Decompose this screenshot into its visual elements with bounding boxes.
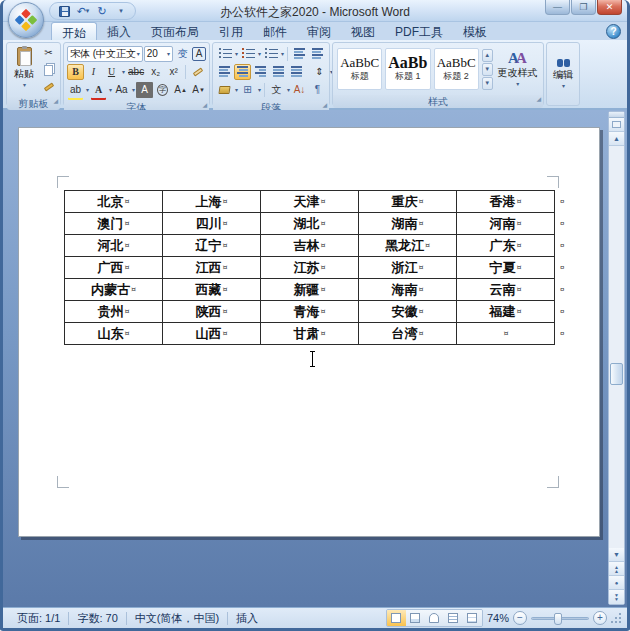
table-cell[interactable]: 浙江¤	[359, 257, 457, 279]
outline-view-button[interactable]	[444, 610, 463, 626]
table-cell[interactable]: 甘肃¤	[261, 323, 359, 345]
table-cell[interactable]: 江西¤	[163, 257, 261, 279]
vertical-scrollbar[interactable]: ▲ ▼ ▲▲ ● ▼▼	[608, 111, 625, 605]
editing-button[interactable]: 编辑 ▾	[547, 43, 579, 105]
align-center-button[interactable]	[234, 64, 251, 80]
bold-button[interactable]: B	[67, 64, 84, 80]
character-shading-button[interactable]: A	[136, 82, 153, 98]
province-table[interactable]: 北京¤上海¤天津¤重庆¤香港¤澳门¤四川¤湖北¤湖南¤河南¤河北¤辽宁¤吉林¤黑…	[64, 190, 555, 345]
language-indicator[interactable]: 中文(简体，中国)	[127, 611, 227, 626]
line-spacing-button[interactable]: ⇕	[311, 64, 328, 80]
table-cell[interactable]: 广东¤	[457, 235, 555, 257]
subscript-button[interactable]: x₂	[147, 64, 164, 80]
decrease-indent-button[interactable]	[291, 46, 308, 62]
table-cell[interactable]: 安徽¤	[359, 301, 457, 323]
font-name-combo[interactable]: 宋体 (中文正文▾	[67, 46, 143, 62]
scroll-up-button[interactable]: ▲	[609, 132, 624, 146]
style-gallery-more[interactable]: ▼	[482, 77, 493, 90]
scrollbar-thumb[interactable]	[610, 363, 623, 385]
align-right-button[interactable]	[252, 64, 269, 80]
table-cell[interactable]: 河南¤	[457, 213, 555, 235]
style-item-heading[interactable]: AaBbC 标题	[337, 48, 382, 90]
format-painter-button[interactable]	[40, 79, 57, 95]
tab-页面布局[interactable]: 页面布局	[141, 22, 209, 40]
numbering-button[interactable]	[239, 46, 256, 62]
word-count[interactable]: 字数: 70	[69, 611, 125, 626]
increase-indent-button[interactable]	[309, 46, 326, 62]
table-cell[interactable]: 台湾¤	[359, 323, 457, 345]
styles-dialog-launcher[interactable]: ◢	[536, 93, 541, 106]
tab-视图[interactable]: 视图	[341, 22, 385, 40]
table-cell[interactable]: 内蒙古¤	[65, 279, 163, 301]
tab-开始[interactable]: 开始	[51, 22, 97, 40]
table-cell[interactable]: 广西¤	[65, 257, 163, 279]
sort-button[interactable]: A↓	[291, 82, 308, 98]
table-cell[interactable]: 海南¤	[359, 279, 457, 301]
table-cell[interactable]: 黑龙江¤	[359, 235, 457, 257]
phonetic-guide-button[interactable]: 变	[174, 46, 191, 62]
style-item-heading1[interactable]: AaBb 标题 1	[385, 48, 430, 90]
paste-button[interactable]: 粘贴 ▾	[10, 45, 38, 89]
multilevel-list-button[interactable]	[262, 46, 279, 62]
previous-page-button[interactable]: ▲▲	[609, 562, 624, 576]
table-cell[interactable]: 江苏¤	[261, 257, 359, 279]
table-cell[interactable]: 河北¤	[65, 235, 163, 257]
table-cell[interactable]: 辽宁¤	[163, 235, 261, 257]
table-cell[interactable]: 青海¤	[261, 301, 359, 323]
zoom-slider[interactable]	[531, 617, 589, 620]
restore-button[interactable]: ❐	[571, 0, 596, 15]
grow-font-button[interactable]: A▲	[172, 82, 189, 98]
shrink-font-button[interactable]: A▼	[190, 82, 207, 98]
table-cell[interactable]: 山东¤	[65, 323, 163, 345]
style-item-heading2[interactable]: AaBbC 标题 2	[434, 48, 479, 90]
table-cell[interactable]: 重庆¤	[359, 191, 457, 213]
browse-object-button[interactable]: ●	[609, 576, 624, 590]
minimize-button[interactable]: —	[545, 0, 570, 15]
font-size-combo[interactable]: 20▾	[144, 46, 173, 62]
table-cell[interactable]: 宁夏¤	[457, 257, 555, 279]
distribute-button[interactable]	[288, 64, 305, 80]
superscript-button[interactable]: x²	[165, 64, 182, 80]
table-cell[interactable]: 西藏¤	[163, 279, 261, 301]
align-left-button[interactable]	[216, 64, 233, 80]
table-cell[interactable]: 天津¤	[261, 191, 359, 213]
table-cell[interactable]: 云南¤	[457, 279, 555, 301]
tab-插入[interactable]: 插入	[97, 22, 141, 40]
table-cell[interactable]: 香港¤	[457, 191, 555, 213]
tab-引用[interactable]: 引用	[209, 22, 253, 40]
table-cell[interactable]: 福建¤	[457, 301, 555, 323]
web-layout-view-button[interactable]	[425, 610, 444, 626]
table-cell[interactable]: 吉林¤	[261, 235, 359, 257]
clear-formatting-button[interactable]	[189, 64, 206, 80]
zoom-in-button[interactable]: +	[593, 611, 607, 625]
document-page[interactable]: 北京¤上海¤天津¤重庆¤香港¤澳门¤四川¤湖北¤湖南¤河南¤河北¤辽宁¤吉林¤黑…	[18, 127, 600, 537]
justify-button[interactable]	[270, 64, 287, 80]
draft-view-button[interactable]	[463, 610, 482, 626]
print-layout-view-button[interactable]	[387, 610, 406, 626]
asian-layout-button[interactable]: 文	[268, 82, 285, 98]
tab-模板[interactable]: 模板	[453, 22, 497, 40]
zoom-slider-thumb[interactable]	[554, 613, 562, 625]
italic-button[interactable]: I	[85, 64, 102, 80]
table-cell[interactable]: ¤	[457, 323, 555, 345]
office-button[interactable]	[8, 2, 44, 38]
enclose-characters-button[interactable]: 字	[154, 82, 171, 98]
ruler-toggle-button[interactable]	[609, 118, 624, 132]
page-indicator[interactable]: 页面: 1/1	[9, 611, 68, 626]
text-highlight-button[interactable]: ab	[67, 82, 84, 98]
table-cell[interactable]: 四川¤	[163, 213, 261, 235]
tab-PDF工具[interactable]: PDF工具	[385, 22, 453, 40]
fullscreen-reading-view-button[interactable]	[406, 610, 425, 626]
next-page-button[interactable]: ▼▼	[609, 590, 624, 604]
close-button[interactable]: ✕	[597, 0, 622, 15]
clipboard-dialog-launcher[interactable]: ◢	[53, 95, 58, 108]
scroll-down-button[interactable]: ▼	[609, 548, 624, 562]
style-scroll-up[interactable]: ▲	[482, 49, 493, 62]
strikethrough-button[interactable]: abc	[126, 64, 146, 80]
table-cell[interactable]: 北京¤	[65, 191, 163, 213]
style-scroll-down[interactable]: ▼	[482, 63, 493, 76]
zoom-level[interactable]: 74%	[487, 612, 509, 624]
help-button[interactable]: ?	[606, 24, 621, 39]
shading-button[interactable]	[216, 82, 233, 98]
table-cell[interactable]: 新疆¤	[261, 279, 359, 301]
